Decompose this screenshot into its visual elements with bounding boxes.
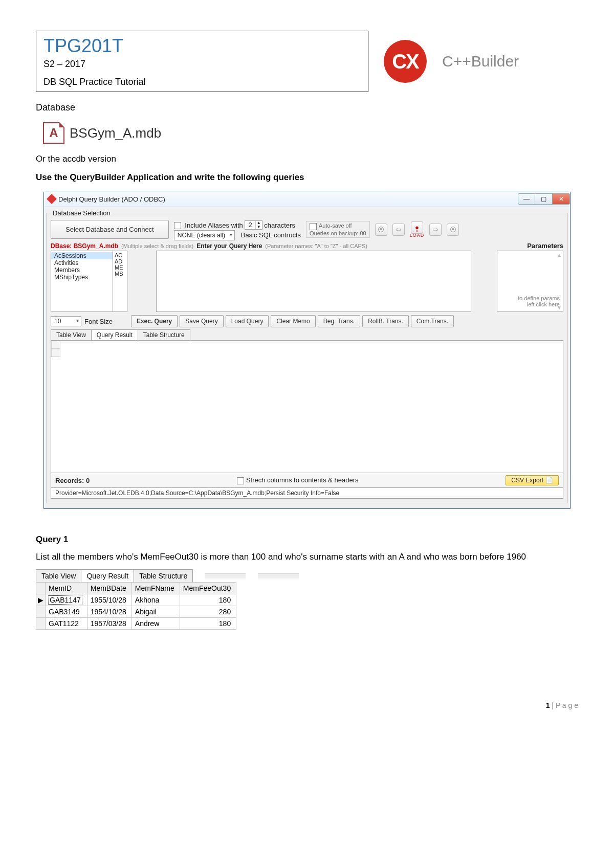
scrollbar-fragment bbox=[205, 573, 299, 579]
param-name-hint: (Parameter names: "A" to "Z" - all CAPS) bbox=[265, 243, 367, 249]
q1-tab-query-result[interactable]: Query Result bbox=[81, 569, 134, 582]
include-alias-checkbox[interactable] bbox=[174, 222, 181, 229]
characters-label: characters bbox=[264, 221, 295, 229]
include-alias-label: Include Aliases with bbox=[185, 221, 243, 229]
or-accdb-line: Or the accdb version bbox=[36, 154, 578, 164]
page-number: 1 bbox=[546, 701, 550, 709]
col-membdate[interactable]: MemBDate bbox=[87, 583, 131, 594]
alias-item: ME bbox=[115, 264, 125, 271]
alias-item: AD bbox=[115, 258, 125, 264]
select-database-button[interactable]: Select Database and Connect bbox=[51, 220, 169, 239]
commit-trans-button[interactable]: Com.Trans. bbox=[411, 315, 454, 327]
row-indicator bbox=[36, 606, 46, 618]
autosave-label: Auto-save off bbox=[319, 222, 352, 229]
tab-table-structure[interactable]: Table Structure bbox=[138, 329, 190, 340]
export-icon: 📄 bbox=[545, 477, 553, 484]
table-item[interactable]: Members bbox=[51, 266, 113, 274]
query1-description: List all the members who's MemFeeOut30 i… bbox=[36, 552, 553, 562]
q1-tab-table-structure[interactable]: Table Structure bbox=[134, 569, 193, 582]
close-button[interactable]: ✕ bbox=[553, 193, 570, 205]
parameters-box[interactable]: ▲ ▼ to define params left click here bbox=[497, 251, 563, 312]
tables-listbox[interactable]: AcSessions Activities Members MShipTypes bbox=[51, 251, 113, 312]
query1-heading: Query 1 bbox=[36, 535, 578, 545]
alias-item: AC bbox=[115, 252, 125, 258]
nav-prev-icon[interactable]: ⇦ bbox=[392, 224, 405, 236]
nav-first-icon[interactable]: ⦿ bbox=[375, 224, 387, 236]
basic-sql-link[interactable]: Basic SQL contructs bbox=[241, 231, 301, 239]
database-selection-legend: Database Selection bbox=[51, 209, 113, 217]
autosave-checkbox[interactable] bbox=[310, 223, 317, 230]
table-row[interactable]: ▶ GAB1147 1955/10/28 Akhona 180 bbox=[36, 594, 236, 606]
title-box: TPG201T S2 – 2017 DB SQL Practice Tutori… bbox=[36, 31, 368, 92]
semester: S2 – 2017 bbox=[43, 59, 361, 70]
tab-query-result[interactable]: Query Result bbox=[91, 329, 138, 340]
opened-db-label: DBase: BSGym_A.mdb bbox=[51, 242, 118, 250]
col-memid[interactable]: MemID bbox=[46, 583, 87, 594]
access-file-icon bbox=[43, 122, 64, 144]
cell-membdate: 1955/10/28 bbox=[87, 594, 131, 606]
page-label: P a g e bbox=[556, 701, 578, 709]
record-zero: 0 bbox=[416, 229, 418, 233]
window-titlebar[interactable]: Delphi Query Builder (ADO / ODBC) — ▢ ✕ bbox=[44, 191, 570, 207]
exec-query-button[interactable]: Exec. Query bbox=[131, 315, 178, 327]
record-icon[interactable]: 0 bbox=[411, 221, 423, 234]
col-memfname[interactable]: MemFName bbox=[131, 583, 180, 594]
nav-next-icon[interactable]: ⇨ bbox=[429, 224, 442, 236]
cell-memfeeout: 280 bbox=[180, 606, 236, 618]
cell-memfname: Andrew bbox=[131, 618, 180, 630]
table-row[interactable]: GAT1122 1957/03/28 Andrew 180 bbox=[36, 618, 236, 630]
cell-memid: GAB3149 bbox=[46, 606, 87, 618]
cpp-builder-logo: CX bbox=[384, 40, 427, 83]
queries-backup-label: Queries on backup: 00 bbox=[310, 230, 366, 236]
param-define-hint: to define params bbox=[518, 295, 560, 301]
table-row[interactable]: GAB3149 1954/10/28 Abigail 280 bbox=[36, 606, 236, 618]
cell-memid: GAT1122 bbox=[46, 618, 87, 630]
product-name: C++Builder bbox=[442, 53, 519, 70]
csv-export-button[interactable]: CSV Export 📄 bbox=[506, 475, 559, 485]
tutorial-name: DB SQL Practice Tutorial bbox=[43, 77, 361, 87]
scroll-up-icon[interactable]: ▲ bbox=[557, 252, 562, 258]
minimize-button[interactable]: — bbox=[518, 193, 535, 205]
query-editor[interactable] bbox=[156, 251, 471, 312]
load-query-button[interactable]: Load Query bbox=[226, 315, 269, 327]
col-memfeeout30[interactable]: MemFeeOut30 bbox=[180, 583, 236, 594]
nav-last-icon[interactable]: ⦿ bbox=[447, 224, 459, 236]
rollback-trans-button[interactable]: RollB. Trans. bbox=[362, 315, 409, 327]
result-grid[interactable] bbox=[51, 340, 563, 473]
clear-memo-button[interactable]: Clear Memo bbox=[271, 315, 315, 327]
alias-column: AC AD ME MS bbox=[113, 251, 127, 312]
table-item[interactable]: MShipTypes bbox=[51, 274, 113, 281]
cell-memfname: Abigail bbox=[131, 606, 180, 618]
csv-export-label: CSV Export bbox=[511, 477, 543, 484]
query1-result-table: MemID MemBDate MemFName MemFeeOut30 ▶ GA… bbox=[36, 582, 236, 630]
db-file-name: BSGym_A.mdb bbox=[70, 125, 161, 141]
cell-memfname: Akhona bbox=[131, 594, 180, 606]
logo-text: CX bbox=[392, 50, 419, 73]
current-row-indicator-icon: ▶ bbox=[36, 594, 46, 606]
query-builder-window: Delphi Query Builder (ADO / ODBC) — ▢ ✕ … bbox=[43, 191, 571, 509]
enter-query-hint: Enter your Query Here bbox=[196, 242, 262, 250]
tab-table-view[interactable]: Table View bbox=[51, 329, 92, 340]
table-item[interactable]: Activities bbox=[51, 259, 113, 266]
cell-memid: GAB1147 bbox=[49, 596, 82, 604]
alias-chars-spinner[interactable]: 2 ▲▼ bbox=[245, 220, 262, 230]
cell-membdate: 1954/10/28 bbox=[87, 606, 131, 618]
q1-tab-table-view[interactable]: Table View bbox=[36, 569, 81, 582]
font-size-dropdown[interactable]: 10 bbox=[51, 316, 81, 326]
maximize-button[interactable]: ▢ bbox=[535, 193, 553, 205]
param-click-hint: left click here bbox=[518, 301, 560, 307]
cell-membdate: 1957/03/28 bbox=[87, 618, 131, 630]
row-header-blank bbox=[36, 583, 46, 594]
row-indicator bbox=[36, 618, 46, 630]
begin-trans-button[interactable]: Beg. Trans. bbox=[318, 315, 360, 327]
db-file-row: BSGym_A.mdb bbox=[43, 122, 578, 144]
instruction-line: Use the QueryBuilder Application and wri… bbox=[36, 172, 578, 183]
window-title: Delphi Query Builder (ADO / ODBC) bbox=[58, 195, 165, 203]
record-count: Records: 0 bbox=[55, 477, 90, 484]
stretch-columns-checkbox[interactable] bbox=[237, 477, 244, 484]
save-query-button[interactable]: Save Query bbox=[180, 315, 223, 327]
alias-mode-dropdown[interactable]: NONE (clears all) bbox=[174, 230, 235, 240]
table-item[interactable]: AcSessions bbox=[51, 252, 113, 259]
autosave-box: Auto-save off Queries on backup: 00 bbox=[306, 221, 370, 237]
alias-chars-value: 2 bbox=[245, 221, 255, 229]
